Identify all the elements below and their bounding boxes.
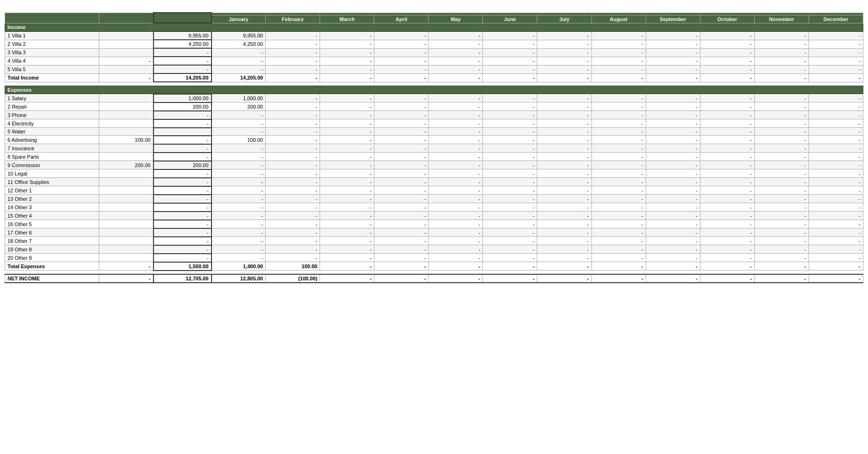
row-month-3: -	[320, 228, 374, 237]
row-month-6: -	[483, 136, 537, 144]
total-row: Total Income-14,205.0014,205.00---------…	[5, 73, 863, 82]
row-month-4: -	[374, 136, 429, 144]
row-month-1: -	[212, 111, 266, 119]
row-month-11: -	[754, 103, 809, 111]
row-month-12: -	[809, 153, 863, 161]
row-month-2: -	[266, 237, 320, 245]
row-month-5: -	[429, 178, 483, 186]
total-month-12: -	[809, 262, 863, 271]
row-month-4: -	[374, 65, 429, 73]
row-budget	[99, 144, 153, 153]
row-month-1: -	[212, 186, 266, 195]
row-actual: -	[153, 245, 212, 254]
row-month-9: -	[646, 136, 700, 144]
table-row: 15 Other 4-------------	[5, 212, 863, 220]
row-month-7: -	[537, 31, 591, 40]
row-month-2: -	[266, 136, 320, 144]
col-header-november: November	[754, 15, 809, 23]
row-month-12: -	[809, 144, 863, 153]
table-row: 19 Other 8-------------	[5, 245, 863, 254]
row-month-6: -	[483, 186, 537, 195]
row-month-4: -	[374, 119, 429, 128]
total-actual: 14,205.00	[153, 73, 212, 82]
row-month-7: -	[537, 111, 591, 119]
row-month-12: -	[809, 245, 863, 254]
row-month-5: -	[429, 111, 483, 119]
row-month-2: -	[266, 161, 320, 169]
row-actual: 9,955.00	[153, 31, 212, 40]
row-actual: 200.00	[153, 103, 212, 111]
row-budget	[99, 153, 153, 161]
row-label: 5 Villa 5	[5, 65, 99, 73]
row-month-3: -	[320, 128, 374, 136]
col-header-march: March	[320, 15, 374, 23]
row-budget	[99, 228, 153, 237]
row-month-12: -	[809, 48, 863, 57]
row-month-4: -	[374, 186, 429, 195]
row-month-7: -	[537, 195, 591, 203]
row-month-6: -	[483, 203, 537, 212]
row-month-3: -	[320, 40, 374, 48]
row-month-4: -	[374, 144, 429, 153]
row-month-3: -	[320, 65, 374, 73]
table-row: 12 Other 1-------------	[5, 186, 863, 195]
row-month-5: -	[429, 103, 483, 111]
row-month-9: -	[646, 65, 700, 73]
row-actual: -	[153, 254, 212, 262]
row-month-7: -	[537, 144, 591, 153]
row-month-8: -	[591, 237, 646, 245]
row-month-11: -	[754, 153, 809, 161]
row-month-8: -	[591, 169, 646, 178]
row-label: 4 Electricity	[5, 119, 99, 128]
row-month-11: -	[754, 245, 809, 254]
row-budget	[99, 31, 153, 40]
row-month-4: -	[374, 245, 429, 254]
row-month-10: -	[700, 94, 754, 103]
row-month-6: -	[483, 48, 537, 57]
row-budget: -	[99, 57, 153, 65]
total-label: Total Income	[5, 73, 99, 82]
row-month-7: -	[537, 237, 591, 245]
row-month-11: -	[754, 111, 809, 119]
row-month-2: -	[266, 228, 320, 237]
row-month-1: -	[212, 48, 266, 57]
total-month-3: -	[320, 73, 374, 82]
row-label: 17 Other 6	[5, 228, 99, 237]
row-month-6: -	[483, 111, 537, 119]
row-month-3: -	[320, 57, 374, 65]
net-income-month-8: -	[591, 274, 646, 283]
row-month-11: -	[754, 144, 809, 153]
row-month-6: -	[483, 119, 537, 128]
row-month-7: -	[537, 161, 591, 169]
row-month-10: -	[700, 212, 754, 220]
row-month-8: -	[591, 161, 646, 169]
row-month-12: -	[809, 186, 863, 195]
row-budget	[99, 103, 153, 111]
row-month-12: -	[809, 103, 863, 111]
row-month-7: -	[537, 128, 591, 136]
col-header-empty	[5, 13, 99, 23]
row-month-11: -	[754, 119, 809, 128]
row-month-8: -	[591, 119, 646, 128]
row-month-10: -	[700, 144, 754, 153]
row-actual: -	[153, 65, 212, 73]
row-month-9: -	[646, 144, 700, 153]
row-month-10: -	[700, 228, 754, 237]
row-label: 8 Spare Parts	[5, 153, 99, 161]
row-month-10: -	[700, 111, 754, 119]
row-month-7: -	[537, 203, 591, 212]
row-actual: -	[153, 220, 212, 228]
total-month-3: -	[320, 262, 374, 271]
row-month-7: -	[537, 254, 591, 262]
row-month-12: -	[809, 254, 863, 262]
row-month-11: -	[754, 57, 809, 65]
col-header-may: May	[429, 15, 483, 23]
row-budget	[99, 65, 153, 73]
row-month-6: -	[483, 228, 537, 237]
row-budget: 100.00	[99, 136, 153, 144]
row-month-8: -	[591, 103, 646, 111]
row-month-1: -	[212, 169, 266, 178]
row-label: 18 Other 7	[5, 237, 99, 245]
row-month-3: -	[320, 153, 374, 161]
row-month-2: -	[266, 48, 320, 57]
